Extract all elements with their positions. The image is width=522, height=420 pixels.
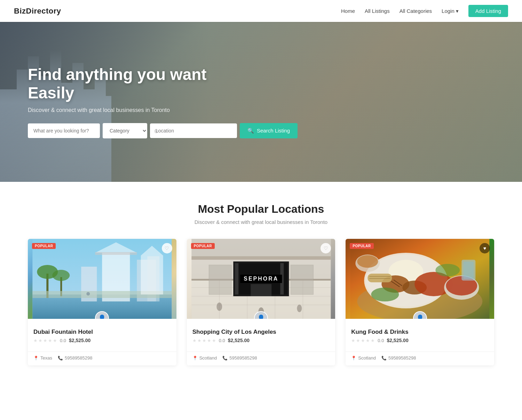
section-subtitle: Discover & connect with great local busi… [28,219,494,225]
card-image-svg-2: SEPHORA [187,239,335,319]
hero-section: Find anything you want Easily Discover &… [0,22,522,182]
chevron-down-icon: ▾ [456,8,459,14]
rating-score-3: 0.0 [378,338,384,343]
card-divider-1 [28,352,176,352]
card-body-1: Dubai Fountain Hotel ★ ★ ★ ★ ★ 0.0 $2,52… [28,319,176,352]
svg-rect-12 [32,291,172,298]
card-location-1: 📍 Texas [33,355,52,361]
search-icon: 🔍 [247,128,254,134]
card-rating-row-2: ★ ★ ★ ★ ★ 0.0 $2,525.00 [192,338,330,343]
svg-rect-49 [368,274,392,282]
svg-rect-16 [191,256,331,260]
nav-all-listings[interactable]: All Listings [365,8,390,14]
brand-logo[interactable]: BizDirectory [14,7,61,16]
location-input[interactable] [150,123,237,138]
nav-login[interactable]: Login ▾ [442,8,459,14]
price-3: $2,525.00 [387,338,408,343]
navbar: BizDirectory Home All Listings All Categ… [0,0,522,22]
popular-locations-section: Most Popular Locations Discover & connec… [0,182,522,393]
favorite-button-1[interactable]: ♡ [162,243,172,253]
rating-score-2: 0.0 [219,338,225,343]
location-card-1: POPULAR ♡ 👤 Dubai Fountain Hotel ★ ★ ★ ★ [28,239,176,365]
hero-content: Find anything you want Easily Discover &… [0,65,244,138]
card-image-wrapper-2: SEPHORA POPULAR ♡ [187,239,335,319]
price-2: $2,525.00 [228,338,250,343]
badge-popular-2: POPULAR [191,243,215,249]
stars-1: ★ ★ ★ ★ ★ [33,338,57,343]
card-image-svg-1 [28,239,176,319]
phone-icon-3: 📞 [381,356,387,361]
card-divider-3 [346,352,494,352]
search-bar: Category Hotels Restaurants Shopping Ser… [28,123,216,138]
card-phone-3: 📞 59589585298 [381,355,416,361]
badge-popular-3: POPULAR [350,243,373,249]
stars-3: ★ ★ ★ ★ ★ [351,338,375,343]
svg-text:SEPHORA: SEPHORA [244,276,278,282]
card-title-1[interactable]: Dubai Fountain Hotel [33,329,171,336]
stars-2: ★ ★ ★ ★ ★ [192,338,216,343]
card-rating-row-1: ★ ★ ★ ★ ★ 0.0 $2,525.00 [33,338,171,343]
nav-all-categories[interactable]: All Categories [400,8,432,14]
card-phone-1: 📞 59589585298 [58,355,93,361]
svg-point-5 [52,270,70,281]
card-image-svg-3 [346,239,494,319]
location-input-wrapper: ◎ [150,123,237,138]
nav-links: Home All Listings All Categories Login ▾… [341,5,508,17]
location-pin-icon-2: 📍 [192,356,198,361]
svg-point-37 [297,305,302,312]
location-pin-icon-1: 📍 [33,356,39,361]
search-what-input[interactable] [28,123,100,138]
card-divider-2 [187,352,335,352]
location-card-3: POPULAR ♥ 👤 Kung Food & Drinks ★ ★ ★ ★ ★ [346,239,494,365]
card-image-wrapper-1: POPULAR ♡ 👤 [28,239,176,319]
section-title: Most Popular Locations [28,203,494,216]
card-phone-2: 📞 59589585298 [222,355,257,361]
heart-icon-3: ♥ [483,245,486,251]
card-location-3: 📍 Scotland [351,355,376,361]
svg-point-55 [436,264,460,276]
card-footer-3: 📍 Scotland 📞 59589585298 [346,355,494,365]
person-icon-1: 👤 [98,314,106,319]
card-image-3 [346,239,494,319]
hero-subtitle: Discover & connect with great local busi… [28,107,216,113]
price-1: $2,525.00 [69,338,90,343]
hero-title: Find anything you want Easily [28,65,216,102]
svg-rect-33 [251,284,271,296]
card-title-2[interactable]: Shopping City of Los Angeles [192,329,330,336]
favorite-button-3[interactable]: ♥ [480,243,490,253]
location-cards-grid: POPULAR ♡ 👤 Dubai Fountain Hotel ★ ★ ★ ★ [28,239,494,365]
nav-home[interactable]: Home [341,8,355,14]
svg-point-36 [216,302,222,311]
svg-rect-8 [95,252,137,255]
search-listing-button[interactable]: 🔍 Search Listing [240,123,298,138]
svg-rect-29 [235,263,238,294]
badge-popular-1: POPULAR [32,243,56,249]
card-body-3: Kung Food & Drinks ★ ★ ★ ★ ★ 0.0 $2,525.… [346,319,494,352]
card-footer-2: 📍 Scotland 📞 59589585298 [187,355,335,365]
svg-point-54 [371,288,399,301]
card-title-3[interactable]: Kung Food & Drinks [351,329,489,336]
card-body-2: Shopping City of Los Angeles ★ ★ ★ ★ ★ 0… [187,319,335,352]
location-pin-icon-3: 📍 [351,356,356,361]
add-listing-button[interactable]: Add Listing [468,5,508,17]
card-footer-1: 📍 Texas 📞 59589585298 [28,355,176,365]
svg-rect-34 [209,265,231,294]
phone-icon-2: 📞 [222,356,228,361]
svg-rect-35 [291,265,313,294]
card-image-1 [28,239,176,319]
card-image-2: SEPHORA [187,239,335,319]
svg-rect-57 [464,261,474,279]
card-image-wrapper-3: POPULAR ♥ 👤 [346,239,494,319]
location-circle-icon: ◎ [154,128,158,134]
category-select[interactable]: Category Hotels Restaurants Shopping Ser… [103,123,147,138]
heart-icon-2: ♡ [324,245,328,251]
location-card-2: SEPHORA POPULAR ♡ [187,239,335,365]
rating-score-1: 0.0 [60,338,66,343]
svg-point-59 [357,255,378,268]
person-icon-3: 👤 [416,314,424,319]
phone-icon-1: 📞 [58,356,63,361]
heart-icon-1: ♡ [165,245,169,251]
svg-point-13 [86,292,90,296]
card-location-2: 📍 Scotland [192,355,217,361]
card-rating-row-3: ★ ★ ★ ★ ★ 0.0 $2,525.00 [351,338,489,343]
